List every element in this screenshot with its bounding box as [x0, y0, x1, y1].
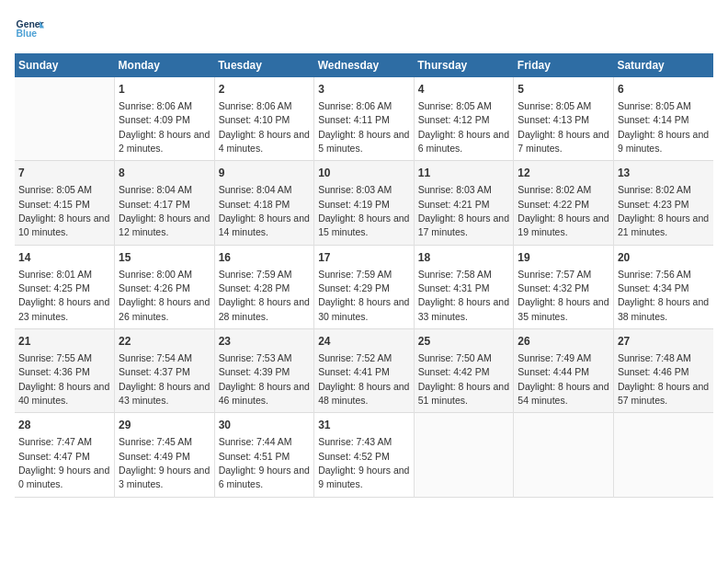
cell-sunset: Sunset: 4:52 PM: [318, 451, 390, 462]
cell-daylight: Daylight: 8 hours and 5 minutes.: [318, 129, 409, 154]
calendar-cell: 30 Sunrise: 7:44 AM Sunset: 4:51 PM Dayl…: [214, 413, 314, 497]
cell-sunset: Sunset: 4:17 PM: [119, 199, 190, 210]
day-number: 30: [219, 418, 311, 433]
logo: General Blue: [15, 15, 44, 44]
cell-sunrise: Sunrise: 8:03 AM: [318, 184, 392, 195]
cell-daylight: Daylight: 8 hours and 51 minutes.: [418, 381, 509, 406]
cell-daylight: Daylight: 8 hours and 21 minutes.: [618, 213, 709, 237]
cell-sunset: Sunset: 4:21 PM: [418, 199, 490, 210]
weekday-header-cell: Monday: [115, 53, 215, 77]
cell-sunset: Sunset: 4:25 PM: [18, 282, 90, 293]
calendar-cell: 13 Sunrise: 8:02 AM Sunset: 4:23 PM Dayl…: [613, 161, 713, 245]
cell-sunset: Sunset: 4:44 PM: [518, 366, 589, 377]
cell-sunrise: Sunrise: 8:05 AM: [18, 184, 92, 195]
cell-sunrise: Sunrise: 7:59 AM: [318, 269, 392, 280]
logo-icon: General Blue: [15, 15, 44, 44]
day-number: 17: [318, 250, 410, 266]
day-number: 22: [119, 334, 210, 350]
cell-sunrise: Sunrise: 7:52 AM: [318, 352, 392, 363]
cell-sunrise: Sunrise: 7:55 AM: [18, 352, 92, 363]
day-number: 8: [119, 166, 210, 181]
day-number: 10: [318, 166, 410, 181]
cell-sunset: Sunset: 4:31 PM: [418, 282, 490, 293]
weekday-header-cell: Tuesday: [214, 53, 314, 77]
calendar-week-row: 21 Sunrise: 7:55 AM Sunset: 4:36 PM Dayl…: [15, 329, 713, 413]
day-number: 4: [418, 82, 510, 98]
calendar-cell: 3 Sunrise: 8:06 AM Sunset: 4:11 PM Dayli…: [314, 77, 415, 161]
cell-daylight: Daylight: 8 hours and 46 minutes.: [219, 381, 310, 406]
cell-sunset: Sunset: 4:46 PM: [618, 366, 689, 377]
cell-sunset: Sunset: 4:11 PM: [318, 114, 390, 125]
day-number: 3: [318, 82, 410, 98]
cell-daylight: Daylight: 8 hours and 17 minutes.: [418, 213, 509, 237]
cell-daylight: Daylight: 8 hours and 23 minutes.: [18, 296, 109, 321]
cell-sunrise: Sunrise: 8:04 AM: [219, 184, 292, 195]
cell-daylight: Daylight: 8 hours and 12 minutes.: [119, 213, 210, 237]
day-number: 21: [18, 334, 110, 350]
calendar-cell: 19 Sunrise: 7:57 AM Sunset: 4:32 PM Dayl…: [514, 245, 614, 328]
calendar-cell: 2 Sunrise: 8:06 AM Sunset: 4:10 PM Dayli…: [214, 77, 314, 161]
cell-sunset: Sunset: 4:49 PM: [119, 451, 190, 462]
cell-sunrise: Sunrise: 8:01 AM: [18, 269, 92, 280]
cell-sunrise: Sunrise: 8:02 AM: [618, 184, 691, 195]
cell-sunset: Sunset: 4:12 PM: [418, 114, 490, 125]
calendar-cell: [514, 413, 614, 497]
day-number: 24: [318, 334, 410, 350]
cell-sunrise: Sunrise: 7:44 AM: [219, 436, 292, 447]
cell-sunrise: Sunrise: 8:05 AM: [418, 100, 492, 111]
cell-sunrise: Sunrise: 7:56 AM: [618, 269, 691, 280]
cell-sunset: Sunset: 4:15 PM: [18, 199, 90, 210]
cell-sunset: Sunset: 4:36 PM: [18, 366, 90, 377]
weekday-header-cell: Sunday: [15, 53, 115, 77]
cell-daylight: Daylight: 8 hours and 48 minutes.: [318, 381, 409, 406]
cell-daylight: Daylight: 8 hours and 7 minutes.: [518, 129, 609, 154]
cell-sunrise: Sunrise: 8:03 AM: [418, 184, 492, 195]
calendar-cell: 22 Sunrise: 7:54 AM Sunset: 4:37 PM Dayl…: [115, 329, 215, 413]
calendar-cell: 17 Sunrise: 7:59 AM Sunset: 4:29 PM Dayl…: [314, 245, 415, 328]
page-header: General Blue: [15, 15, 713, 44]
cell-daylight: Daylight: 8 hours and 6 minutes.: [418, 129, 509, 154]
day-number: 14: [18, 250, 110, 266]
day-number: 31: [318, 418, 410, 433]
cell-daylight: Daylight: 8 hours and 26 minutes.: [119, 296, 210, 321]
day-number: 12: [518, 166, 609, 181]
calendar-week-row: 14 Sunrise: 8:01 AM Sunset: 4:25 PM Dayl…: [15, 245, 713, 328]
cell-sunset: Sunset: 4:10 PM: [219, 114, 290, 125]
calendar-cell: 31 Sunrise: 7:43 AM Sunset: 4:52 PM Dayl…: [314, 413, 415, 497]
calendar-cell: 5 Sunrise: 8:05 AM Sunset: 4:13 PM Dayli…: [514, 77, 614, 161]
cell-sunrise: Sunrise: 8:06 AM: [318, 100, 392, 111]
cell-daylight: Daylight: 9 hours and 9 minutes.: [318, 465, 409, 489]
day-number: 1: [119, 82, 210, 98]
cell-daylight: Daylight: 8 hours and 14 minutes.: [219, 213, 310, 237]
cell-sunset: Sunset: 4:51 PM: [219, 451, 290, 462]
cell-sunrise: Sunrise: 8:05 AM: [618, 100, 691, 111]
day-number: 13: [618, 166, 710, 181]
calendar-cell: 4 Sunrise: 8:05 AM Sunset: 4:12 PM Dayli…: [414, 77, 514, 161]
calendar-cell: 24 Sunrise: 7:52 AM Sunset: 4:41 PM Dayl…: [314, 329, 415, 413]
cell-sunrise: Sunrise: 8:02 AM: [518, 184, 591, 195]
cell-daylight: Daylight: 9 hours and 6 minutes.: [219, 465, 310, 489]
calendar-table: SundayMondayTuesdayWednesdayThursdayFrid…: [15, 53, 713, 498]
cell-sunrise: Sunrise: 8:06 AM: [219, 100, 292, 111]
cell-sunset: Sunset: 4:14 PM: [618, 114, 689, 125]
weekday-header-cell: Thursday: [414, 53, 514, 77]
cell-sunrise: Sunrise: 8:04 AM: [119, 184, 192, 195]
day-number: 28: [18, 418, 110, 433]
cell-sunset: Sunset: 4:39 PM: [219, 366, 290, 377]
day-number: 27: [618, 334, 710, 350]
cell-sunrise: Sunrise: 8:06 AM: [119, 100, 192, 111]
cell-sunset: Sunset: 4:26 PM: [119, 282, 190, 293]
calendar-week-row: 1 Sunrise: 8:06 AM Sunset: 4:09 PM Dayli…: [15, 77, 713, 161]
cell-sunset: Sunset: 4:22 PM: [518, 199, 589, 210]
weekday-header-row: SundayMondayTuesdayWednesdayThursdayFrid…: [15, 53, 713, 77]
day-number: 23: [219, 334, 311, 350]
calendar-week-row: 7 Sunrise: 8:05 AM Sunset: 4:15 PM Dayli…: [15, 161, 713, 245]
calendar-cell: 15 Sunrise: 8:00 AM Sunset: 4:26 PM Dayl…: [115, 245, 215, 328]
cell-daylight: Daylight: 8 hours and 2 minutes.: [119, 129, 210, 154]
cell-sunrise: Sunrise: 7:47 AM: [18, 436, 92, 447]
day-number: 11: [418, 166, 510, 181]
cell-sunset: Sunset: 4:28 PM: [219, 282, 290, 293]
calendar-cell: 20 Sunrise: 7:56 AM Sunset: 4:34 PM Dayl…: [613, 245, 713, 328]
svg-text:Blue: Blue: [17, 29, 38, 39]
day-number: 20: [618, 250, 710, 266]
